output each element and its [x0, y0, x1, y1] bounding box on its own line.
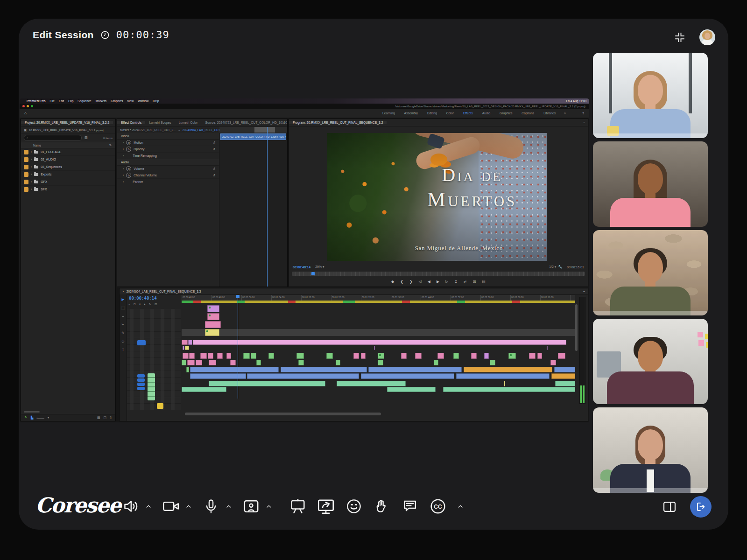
timeline-clip[interactable] [453, 353, 459, 359]
label-color-chip[interactable] [24, 150, 28, 154]
program-playhead[interactable] [311, 272, 315, 275]
step-back-icon[interactable]: ◁ [419, 280, 422, 284]
menu-item[interactable]: View [127, 99, 134, 103]
export-icon[interactable]: ⊡ [473, 280, 476, 284]
close-sequence-icon[interactable]: × [122, 290, 124, 293]
effect-row[interactable]: ›fxOpacity↺ [117, 146, 219, 153]
effect-row[interactable]: ›Time Remapping [117, 153, 219, 159]
timeline-clip[interactable] [471, 353, 477, 359]
project-bin-row[interactable]: ›03_Sequences [21, 163, 115, 171]
panel-menu-icon[interactable]: ≡ [580, 121, 588, 124]
lift-icon[interactable]: ↥ [454, 280, 458, 284]
timeline-clip[interactable] [504, 381, 505, 386]
effect-row[interactable]: ›fxVolume↺ [117, 166, 219, 172]
pen-tool-icon[interactable]: ✎ [121, 331, 124, 335]
workspace-tab[interactable]: Color [442, 112, 458, 115]
captions-options-chevron[interactable] [456, 496, 465, 517]
menu-item[interactable]: Graphics [111, 99, 123, 103]
timeline-clip[interactable] [415, 353, 422, 359]
raise-hand-button[interactable] [372, 496, 392, 517]
selection-tool-icon[interactable]: ▶ [122, 297, 125, 301]
timeline-clip[interactable] [207, 305, 219, 312]
work-area-bar[interactable] [182, 301, 575, 303]
timeline-clip[interactable] [378, 353, 384, 359]
project-bin-row[interactable]: ›02_AUDIO [21, 156, 115, 163]
timeline-clip[interactable] [226, 353, 231, 359]
layout-toggle-button[interactable] [659, 497, 680, 517]
timeline-clip[interactable] [378, 360, 383, 365]
workspace-tab[interactable]: Editing [423, 112, 442, 115]
tab-effect-controls[interactable]: Effect Controls [117, 121, 145, 124]
extract-icon[interactable]: ⇄ [464, 280, 467, 284]
timeline-clip[interactable] [268, 353, 274, 359]
speaker-button[interactable] [120, 496, 141, 517]
timeline-clip[interactable] [490, 360, 495, 365]
play-around-icon[interactable]: ◀ [428, 280, 430, 284]
disclosure-icon[interactable]: › [123, 141, 124, 144]
program-scrubber[interactable] [292, 272, 585, 276]
workspace-tab[interactable]: Captions [517, 112, 539, 115]
timeline-clip[interactable] [361, 353, 366, 359]
menu-item[interactable]: Clip [68, 99, 73, 103]
timeline-clip[interactable] [337, 381, 406, 386]
timeline-clip[interactable] [508, 353, 516, 359]
program-video-frame[interactable]: Dia de Muertos San Miguel de Allende, Me… [327, 133, 547, 261]
speaker-options-chevron[interactable] [144, 496, 153, 517]
program-monitor-tab[interactable]: Program: 20.RMXX_LRE_REEL_CUT_FINAL_SEQU… [289, 121, 387, 124]
disclosure-icon[interactable]: › [123, 147, 124, 151]
participant-view-button[interactable] [241, 496, 261, 517]
menu-item[interactable]: Window [138, 99, 148, 103]
timeline-clip[interactable] [183, 346, 184, 350]
timeline-clip[interactable] [547, 346, 548, 350]
disclosure-icon[interactable]: › [31, 173, 32, 176]
timeline-option-icon[interactable]: ✎ [149, 302, 151, 306]
panel-menu-icon[interactable]: ≡ [113, 121, 115, 124]
participant-video-2[interactable] [593, 141, 708, 227]
workspace-tab[interactable]: Effects [458, 112, 478, 115]
workspace-tab[interactable]: Assembly [400, 112, 423, 115]
reactions-button[interactable] [344, 496, 364, 517]
timeline-clip[interactable] [182, 340, 188, 345]
project-name-column-header[interactable]: Name⇅ [21, 142, 115, 148]
project-search-input[interactable]: ⌕ [24, 135, 82, 141]
project-bin-row[interactable]: ›Exports [21, 171, 115, 178]
icon-view-icon[interactable]: ▙ [31, 416, 33, 420]
track-headers[interactable] [127, 309, 181, 410]
tab-source-monitor[interactable]: Source: 20240723_LRE_REEL_CUT_COLOR_HD_1… [201, 121, 279, 124]
timeline-clip[interactable] [336, 360, 340, 365]
disclosure-icon[interactable]: › [31, 180, 32, 183]
timeline-option-icon[interactable]: ♦ [144, 302, 145, 306]
participant-view-options-chevron[interactable] [264, 496, 274, 517]
timeline-clip[interactable] [464, 367, 552, 372]
timeline-clip[interactable] [209, 381, 325, 386]
timeline-clip[interactable] [182, 387, 226, 392]
timeline-clip[interactable] [230, 360, 236, 365]
timeline-clip[interactable] [353, 353, 359, 359]
timeline-clip[interactable] [189, 353, 195, 359]
timeline-clip[interactable] [196, 360, 202, 365]
close-window-icon[interactable] [22, 105, 25, 107]
timeline-clip[interactable] [256, 360, 261, 365]
menu-item[interactable]: Markers [96, 99, 106, 103]
timeline-playhead[interactable] [238, 295, 238, 399]
list-view-icon[interactable]: ✎ [25, 416, 28, 420]
menu-item[interactable]: Edit [59, 99, 64, 103]
timeline-clip[interactable] [551, 373, 575, 379]
leave-session-button[interactable] [690, 496, 712, 518]
trash-icon[interactable]: ▯ [110, 416, 112, 420]
project-breadcrumb[interactable]: ▣20.RMXX_LRE_REEL_UPDATE_V16_FINAL_3.1.2… [21, 126, 115, 133]
timeline-horizontal-scrollbar[interactable] [185, 413, 381, 415]
camera-button[interactable] [161, 496, 181, 517]
timeline-clip[interactable] [243, 353, 250, 359]
menu-item[interactable]: File [49, 99, 54, 103]
timeline-clip[interactable] [209, 360, 216, 365]
track-select-tool-icon[interactable]: ⬚ [121, 306, 125, 310]
timeline-clip[interactable] [251, 353, 256, 359]
timeline-clip[interactable] [200, 353, 207, 359]
timeline-clip[interactable] [186, 367, 189, 372]
hand-tool-icon[interactable]: ◇ [122, 339, 125, 343]
timeline-option-icon[interactable]: ▾ [139, 302, 141, 306]
project-bin-row[interactable]: ›01_FOOTAGE [21, 148, 115, 156]
timeline-option-icon[interactable]: ⌁ [128, 302, 130, 306]
label-color-chip[interactable] [24, 165, 28, 169]
